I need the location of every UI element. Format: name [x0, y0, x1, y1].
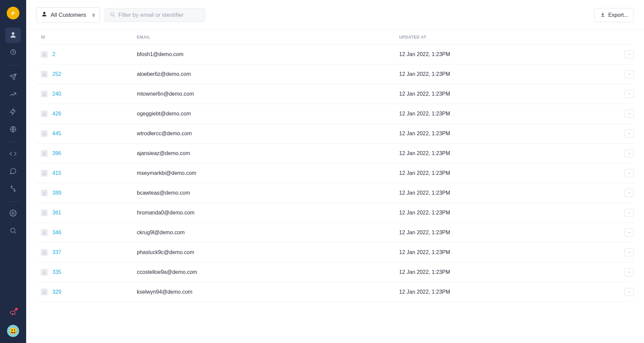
nav-notifications[interactable]	[5, 305, 21, 320]
row-actions-button[interactable]	[625, 110, 634, 118]
customer-updated-at: 12 Jan 2022, 1:23PM	[399, 131, 614, 137]
customer-id-link[interactable]: 329	[52, 289, 61, 295]
customer-email: mseymarkbi@demo.com	[137, 170, 399, 176]
nav-analytics[interactable]	[5, 45, 21, 60]
table-row: 240mtowner6n@demo.com12 Jan 2022, 1:23PM	[36, 84, 634, 104]
trending-up-icon	[9, 91, 17, 99]
customer-updated-at: 12 Jan 2022, 1:23PM	[399, 150, 614, 156]
customer-email: kselwyn94@demo.com	[137, 289, 399, 295]
nav-flow[interactable]	[5, 181, 21, 197]
nav-campaigns[interactable]	[5, 69, 21, 85]
row-actions-button[interactable]	[625, 189, 634, 197]
paper-plane-icon	[9, 73, 17, 82]
customer-email: ccostelloe9a@demo.com	[137, 269, 399, 275]
avatar-placeholder-icon	[41, 229, 48, 236]
customer-updated-at: 12 Jan 2022, 1:23PM	[399, 170, 614, 176]
customers-table: ID EMAIL UPDATED AT 2bfosh1@demo.com12 J…	[26, 30, 644, 343]
table-header: ID EMAIL UPDATED AT	[36, 30, 634, 45]
search-icon	[9, 227, 17, 235]
avatar-placeholder-icon	[41, 170, 48, 177]
chat-bubble-icon	[9, 167, 17, 176]
customer-id-link[interactable]: 335	[52, 269, 61, 275]
row-actions-button[interactable]	[625, 130, 634, 138]
segment-filter-label: All Customers	[51, 12, 86, 18]
nav-growth[interactable]	[5, 87, 21, 102]
table-row: 396ajansieaz@demo.com12 Jan 2022, 1:23PM	[36, 144, 634, 163]
row-actions-button[interactable]	[625, 90, 634, 98]
customer-email: hromanda0@demo.com	[137, 210, 399, 216]
th-email[interactable]: EMAIL	[137, 35, 399, 40]
main: All Customers Export... ID EMAIL UPDA	[26, 0, 644, 343]
customer-id-link[interactable]: 2	[52, 51, 55, 57]
row-actions-button[interactable]	[625, 149, 634, 157]
row-actions-button[interactable]	[625, 248, 634, 256]
nav-world[interactable]	[5, 122, 21, 137]
table-row: 329kselwyn94@demo.com12 Jan 2022, 1:23PM	[36, 282, 634, 302]
search-field[interactable]	[105, 8, 205, 22]
pie-chart-icon	[9, 49, 17, 57]
segment-filter-button[interactable]: All Customers	[36, 7, 100, 22]
customer-updated-at: 12 Jan 2022, 1:23PM	[399, 190, 614, 196]
customer-id-link[interactable]: 337	[52, 249, 61, 255]
customer-updated-at: 12 Jan 2022, 1:23PM	[399, 91, 614, 97]
chevron-down-icon	[628, 250, 631, 255]
person-icon	[9, 31, 17, 40]
customer-id-link[interactable]: 346	[52, 230, 61, 236]
chevron-down-icon	[628, 170, 631, 176]
nav-customers[interactable]	[5, 28, 21, 43]
nav-divider	[7, 142, 19, 142]
chevron-down-icon	[628, 230, 631, 235]
export-label: Export...	[608, 12, 628, 18]
user-avatar[interactable]: 😃	[7, 325, 19, 337]
nav-events[interactable]	[5, 104, 21, 120]
row-actions-button[interactable]	[625, 169, 634, 177]
workspace-avatar[interactable]: P	[7, 7, 19, 19]
table-row: 361hromanda0@demo.com12 Jan 2022, 1:23PM	[36, 203, 634, 223]
row-actions-button[interactable]	[625, 209, 634, 217]
avatar-placeholder-icon	[41, 150, 48, 157]
svg-point-1	[11, 186, 12, 187]
nav-divider	[7, 201, 19, 202]
export-button[interactable]: Export...	[594, 8, 634, 22]
row-actions-button[interactable]	[625, 50, 634, 58]
avatar-placeholder-icon	[41, 91, 48, 97]
chevron-down-icon	[628, 111, 631, 116]
customer-updated-at: 12 Jan 2022, 1:23PM	[399, 51, 614, 57]
avatar-placeholder-icon	[41, 110, 48, 117]
nav-chat[interactable]	[5, 164, 21, 179]
table-row: 252aloeber6z@demo.com12 Jan 2022, 1:23PM	[36, 64, 634, 84]
customer-id-link[interactable]: 240	[52, 91, 61, 97]
avatar-placeholder-icon	[41, 209, 48, 216]
customer-id-link[interactable]: 389	[52, 190, 61, 196]
emoji-face-icon: 😃	[9, 327, 17, 335]
nav-code[interactable]	[5, 146, 21, 162]
customer-id-link[interactable]: 415	[52, 170, 61, 176]
table-row: 445wtrodlercc@demo.com12 Jan 2022, 1:23P…	[36, 124, 634, 144]
chevron-down-icon	[628, 289, 631, 295]
nav-settings[interactable]	[5, 206, 21, 221]
row-actions-button[interactable]	[625, 229, 634, 237]
avatar-placeholder-icon	[41, 130, 48, 137]
nav-search[interactable]	[5, 223, 21, 239]
customer-id-link[interactable]: 445	[52, 131, 61, 137]
customer-email: bcawteas@demo.com	[137, 190, 399, 196]
customer-email: ajansieaz@demo.com	[137, 150, 399, 156]
search-input[interactable]	[118, 12, 200, 18]
customer-email: wtrodlercc@demo.com	[137, 131, 399, 137]
customer-id-link[interactable]: 396	[52, 150, 61, 156]
th-updated-at[interactable]: UPDATED AT	[399, 35, 614, 40]
row-actions-button[interactable]	[625, 268, 634, 276]
search-icon	[110, 12, 115, 18]
row-actions-button[interactable]	[625, 288, 634, 296]
table-row: 346ckrug9l@demo.com12 Jan 2022, 1:23PM	[36, 223, 634, 243]
globe-icon	[9, 126, 17, 134]
row-actions-button[interactable]	[625, 70, 634, 78]
table-row: 335ccostelloe9a@demo.com12 Jan 2022, 1:2…	[36, 262, 634, 282]
customer-updated-at: 12 Jan 2022, 1:23PM	[399, 289, 614, 295]
customer-id-link[interactable]: 361	[52, 210, 61, 216]
avatar-placeholder-icon	[41, 249, 48, 256]
customer-id-link[interactable]: 426	[52, 111, 61, 117]
th-id[interactable]: ID	[36, 35, 137, 40]
customer-email: ckrug9l@demo.com	[137, 230, 399, 236]
customer-id-link[interactable]: 252	[52, 71, 61, 77]
